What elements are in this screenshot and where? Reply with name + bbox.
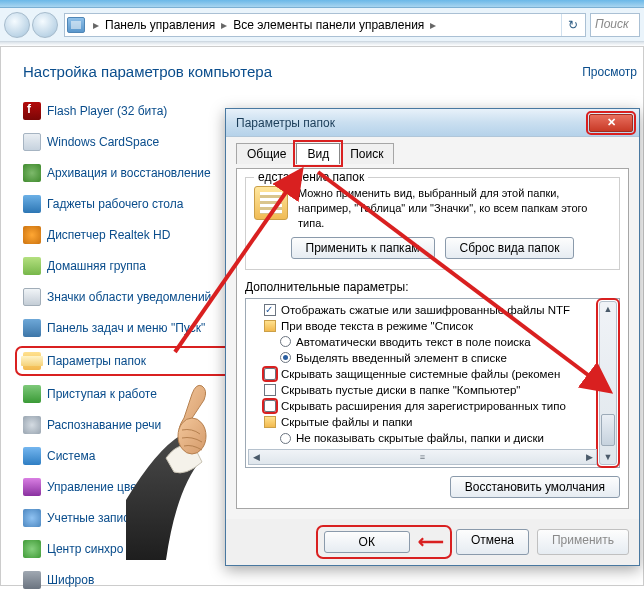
breadcrumb[interactable]: Все элементы панели управления [229, 18, 428, 32]
cp-item-label: Гаджеты рабочего стола [47, 197, 183, 211]
dialog-title: Параметры папок [236, 116, 589, 130]
scroll-left-icon[interactable]: ◀ [249, 450, 263, 464]
color-icon [23, 478, 41, 496]
folder-views-group-title: едставление папок [254, 170, 368, 184]
opt-label: Отображать сжатые или зашифрованные файл… [281, 302, 570, 318]
cp-item-label: Центр синхро [47, 542, 123, 556]
crumb-sep-icon: ▸ [91, 18, 101, 32]
arrow-to-ok-icon: ⟵ [418, 531, 444, 553]
cp-item-label: Домашняя группа [47, 259, 146, 273]
crumb-sep-icon: ▸ [428, 18, 438, 32]
opt-label: Выделять введенный элемент в списке [296, 350, 507, 366]
gadget-icon [23, 195, 41, 213]
tree-horizontal-scrollbar[interactable]: ◀ ≡ ▶ [248, 449, 597, 465]
checkbox-icon[interactable] [264, 368, 276, 380]
tray-icon [23, 288, 41, 306]
opt-show-compressed[interactable]: Отображать сжатые или зашифрованные файл… [264, 302, 597, 318]
sync-icon [23, 540, 41, 558]
crumb-sep-icon: ▸ [219, 18, 229, 32]
opt-hidden-files: Скрытые файлы и папки [264, 414, 597, 430]
refresh-icon[interactable]: ↻ [561, 14, 583, 36]
tree-vertical-scrollbar[interactable]: ▲ ▼ [599, 301, 617, 465]
view-mode-label[interactable]: Просмотр [582, 65, 637, 79]
system-icon [23, 447, 41, 465]
realtek-icon [23, 226, 41, 244]
cp-item-label: Система [47, 449, 95, 463]
cp-item-label: Windows CardSpace [47, 135, 159, 149]
checkbox-icon[interactable] [264, 304, 276, 316]
scroll-thumb[interactable] [601, 414, 615, 446]
opt-select-typed[interactable]: Выделять введенный элемент в списке [280, 350, 597, 366]
control-panel-icon [67, 17, 85, 33]
opt-typing-mode: При вводе текста в режиме "Список [264, 318, 597, 334]
apply-button[interactable]: Применить [537, 529, 629, 555]
breadcrumb[interactable]: Панель управления [101, 18, 219, 32]
nav-back-button[interactable] [4, 12, 30, 38]
scroll-up-icon[interactable]: ▲ [600, 302, 616, 316]
opt-label: Автоматически вводить текст в поле поиск… [296, 334, 531, 350]
opt-dont-show-hidden[interactable]: Не показывать скрытые файлы, папки и дис… [280, 430, 597, 446]
scroll-down-icon[interactable]: ▼ [600, 450, 616, 464]
cp-item-label: Flash Player (32 бита) [47, 104, 167, 118]
cp-item-label: Параметры папок [47, 354, 146, 368]
cp-item-label: Панель задач и меню "Пуск" [47, 321, 205, 335]
encryption-icon [23, 571, 41, 589]
folder-small-icon [264, 416, 276, 428]
cp-item-label: Диспетчер Realtek HD [47, 228, 170, 242]
scroll-track[interactable]: ≡ [263, 450, 582, 464]
cp-item-label: Приступая к работе [47, 387, 157, 401]
tab-view[interactable]: Вид [296, 143, 340, 164]
radio-icon[interactable] [280, 433, 291, 444]
cp-item-label: Учетные записи п [47, 511, 146, 525]
homegroup-icon [23, 257, 41, 275]
opt-label: Скрывать расширения для зарегистрированн… [281, 398, 566, 414]
nav-forward-button[interactable] [32, 12, 58, 38]
reset-folders-button[interactable]: Сброс вида папок [445, 237, 575, 259]
cp-item-label: Архивация и восстановление [47, 166, 211, 180]
cp-item-label: Значки области уведомлений [47, 290, 211, 304]
folder-options-dialog: Параметры папок ✕ Общие Вид Поиск едстав… [225, 108, 640, 566]
opt-label: Скрывать пустые диски в папке "Компьютер… [281, 382, 520, 398]
scroll-right-icon[interactable]: ▶ [582, 450, 596, 464]
apply-to-folders-button[interactable]: Применить к папкам [291, 237, 435, 259]
tab-search[interactable]: Поиск [339, 143, 394, 164]
checkbox-icon[interactable] [264, 400, 276, 412]
folder-view-desc: Можно применить вид, выбранный для этой … [298, 186, 611, 231]
advanced-settings-label: Дополнительные параметры: [245, 280, 620, 294]
getstarted-icon [23, 385, 41, 403]
opt-hide-empty-drives[interactable]: Скрывать пустые диски в папке "Компьютер… [264, 382, 597, 398]
opt-label: Скрывать защищенные системные файлы (рек… [281, 366, 560, 382]
folder-view-icon [254, 186, 288, 220]
search-input[interactable]: Поиск [590, 13, 640, 37]
address-bar[interactable]: ▸ Панель управления ▸ Все элементы панел… [64, 13, 586, 37]
cancel-button[interactable]: Отмена [456, 529, 529, 555]
backup-icon [23, 164, 41, 182]
cardspace-icon [23, 133, 41, 151]
radio-icon[interactable] [280, 336, 291, 347]
taskbar-icon [23, 319, 41, 337]
opt-label: Скрытые файлы и папки [281, 414, 413, 430]
restore-defaults-button[interactable]: Восстановить умолчания [450, 476, 620, 498]
opt-hide-extensions[interactable]: Скрывать расширения для зарегистрированн… [264, 398, 597, 414]
ok-button[interactable]: ОК [324, 531, 410, 553]
radio-icon[interactable] [280, 352, 291, 363]
users-icon [23, 509, 41, 527]
opt-hide-protected[interactable]: Скрывать защищенные системные файлы (рек… [264, 366, 597, 382]
checkbox-icon[interactable] [264, 384, 276, 396]
folder-icon [23, 352, 41, 370]
cp-item-label: Распознавание речи [47, 418, 161, 432]
opt-label: При вводе текста в режиме "Список [281, 318, 473, 334]
page-title: Настройка параметров компьютера [23, 63, 631, 80]
cp-item-label: Управление цветом [47, 480, 157, 494]
cp-item-label: Шифров [47, 573, 94, 587]
flash-icon [23, 102, 41, 120]
cp-item-encryption[interactable]: Шифров [23, 571, 631, 589]
opt-label: Не показывать скрытые файлы, папки и дис… [296, 430, 544, 446]
speech-icon [23, 416, 41, 434]
tab-general[interactable]: Общие [236, 143, 297, 164]
opt-auto-type-search[interactable]: Автоматически вводить текст в поле поиск… [280, 334, 597, 350]
folder-small-icon [264, 320, 276, 332]
advanced-settings-tree: Отображать сжатые или зашифрованные файл… [245, 298, 620, 468]
dialog-footer-highlight: ОК ⟵ [320, 529, 448, 555]
close-button[interactable]: ✕ [589, 114, 633, 132]
